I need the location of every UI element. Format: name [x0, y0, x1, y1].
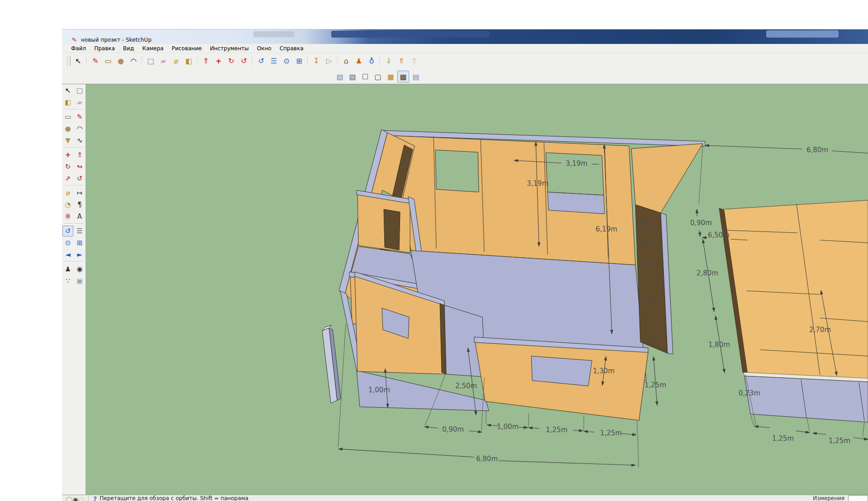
palette-row: ◔¶: [62, 199, 86, 210]
shaded-with-textures-icon[interactable]: ▩: [397, 71, 409, 82]
pan-icon[interactable]: ☰: [268, 55, 280, 67]
look-around-icon[interactable]: ◉: [74, 264, 85, 275]
eraser-icon[interactable]: ▰: [157, 55, 169, 67]
separator: [64, 185, 84, 186]
move-icon[interactable]: +: [213, 55, 224, 67]
walk-icon[interactable]: ∵: [62, 275, 73, 286]
palette-row: ⊙⊞: [62, 237, 86, 248]
wireframe-icon[interactable]: ☐: [359, 71, 371, 82]
taskbar-ghost: [766, 30, 839, 38]
title-bar[interactable]: ✎ новый проэкт - SketchUp: [62, 29, 868, 44]
rectangle-icon[interactable]: ▭: [62, 111, 73, 122]
line-icon[interactable]: ✎: [74, 111, 85, 122]
zoom-extents-icon[interactable]: ⊞: [74, 237, 85, 248]
palette-row: ◧▰: [62, 97, 86, 108]
make-component-icon[interactable]: □: [74, 85, 85, 96]
offset-icon[interactable]: ↺: [238, 55, 250, 67]
arc-icon[interactable]: ◠: [74, 123, 85, 134]
select-icon[interactable]: ↖: [72, 55, 84, 67]
pan-icon[interactable]: ☰: [74, 226, 85, 236]
tape-measure-icon[interactable]: ⌀: [170, 55, 182, 67]
zoom-next-icon[interactable]: ►: [74, 249, 85, 260]
dimension-label: 3,19m: [566, 159, 587, 168]
section-plane-icon[interactable]: ▣: [74, 275, 85, 286]
paint-bucket-icon[interactable]: ◧: [183, 55, 195, 67]
dimension-icon[interactable]: ↦: [74, 188, 85, 198]
claim-icon[interactable]: ◌: [78, 496, 84, 501]
dimension-label: 6,19m: [596, 225, 617, 233]
position-camera-icon[interactable]: ♟: [62, 264, 73, 275]
menu-файл[interactable]: Файл: [67, 44, 90, 53]
rotate-icon[interactable]: ↻: [62, 161, 73, 172]
menu-камера[interactable]: Камера: [138, 44, 167, 53]
scale-icon[interactable]: ⇗: [62, 173, 73, 184]
share-model-icon[interactable]: ⇑: [396, 55, 407, 67]
text-icon[interactable]: ¶: [74, 199, 85, 210]
follow-me-icon[interactable]: ↬: [74, 161, 85, 172]
polygon-icon[interactable]: ▼: [62, 135, 73, 146]
credits-icon[interactable]: ◉: [73, 496, 78, 501]
dimension-label: 1,00m: [497, 423, 519, 431]
model-canvas[interactable]: 6,80m3,19m3,19m6,19m5m5m5m5m5m0,90m6,50m…: [86, 84, 868, 495]
push-pull-icon[interactable]: ⇑: [200, 55, 212, 67]
push-pull-icon[interactable]: ⇑: [74, 149, 85, 160]
dimension-label: 5m: [641, 239, 652, 247]
menu-рисование[interactable]: Рисование: [167, 44, 205, 53]
menu-окно[interactable]: Окно: [253, 44, 276, 53]
eraser-icon[interactable]: ▰: [74, 97, 85, 108]
zoom-icon[interactable]: ⊙: [62, 237, 73, 248]
add-building-icon[interactable]: ⌂: [340, 55, 352, 67]
get-models-icon[interactable]: ⇓: [383, 55, 395, 67]
orbit-icon[interactable]: ↺: [255, 55, 267, 67]
select-icon[interactable]: ↖: [62, 85, 73, 96]
line-icon[interactable]: ✎: [90, 55, 101, 67]
paint-bucket-icon[interactable]: ◧: [62, 97, 73, 108]
menu-вид[interactable]: Вид: [119, 44, 138, 53]
circle-icon[interactable]: ●: [115, 55, 127, 67]
google-earth-icon[interactable]: ♁: [366, 55, 377, 67]
zoom-previous-icon[interactable]: ◄: [62, 249, 73, 260]
3d-text-icon[interactable]: A: [74, 211, 85, 222]
dimension-label: 1,25m: [546, 426, 568, 434]
dimension-label: 1,80m: [708, 341, 730, 349]
dimension-label: 5m: [642, 260, 653, 268]
share-component-icon[interactable]: ⇧: [408, 55, 420, 67]
measurements-input[interactable]: [848, 495, 868, 501]
zoom-extents-icon[interactable]: ⊞: [293, 55, 305, 67]
separator: [142, 56, 143, 66]
large-tool-set: ↖□◧▰▭✎●◠▼∿+⇑↻↬⇗↺⌀↦◔¶※A↺☰⊙⊞◄►♟◉∵▣: [62, 84, 86, 495]
sketchup-logo-icon: ✎: [72, 36, 79, 43]
palette-row: ※A: [62, 211, 86, 222]
circle-icon[interactable]: ●: [62, 123, 73, 134]
shaded-icon[interactable]: ■: [385, 71, 396, 82]
help-icon[interactable]: ?: [93, 495, 97, 501]
palette-row: ↖□: [62, 85, 86, 96]
model-viewport[interactable]: 6,80m3,19m3,19m6,19m5m5m5m5m5m0,90m6,50m…: [86, 84, 868, 495]
xray-icon[interactable]: ▧: [334, 71, 346, 82]
monochrome-icon[interactable]: ▤: [410, 71, 422, 82]
tape-measure-icon[interactable]: ⌀: [62, 188, 73, 198]
hidden-line-icon[interactable]: ▢: [372, 71, 384, 82]
menu-правка[interactable]: Правка: [90, 44, 119, 53]
geolocation-icon[interactable]: ◯: [66, 496, 73, 501]
protractor-icon[interactable]: ◔: [62, 199, 73, 210]
axes-icon[interactable]: ※: [62, 211, 73, 222]
palette-row: ↻↬: [62, 161, 86, 172]
offset-icon[interactable]: ↺: [74, 173, 85, 184]
rotate-icon[interactable]: ↻: [225, 55, 237, 67]
move-icon[interactable]: +: [62, 149, 73, 160]
rectangle-icon[interactable]: ▭: [102, 55, 114, 67]
make-component-icon[interactable]: □: [145, 55, 157, 67]
add-person-icon[interactable]: ♟: [353, 55, 365, 67]
import-model-icon[interactable]: ↧: [310, 55, 322, 67]
back-edges-icon[interactable]: ▨: [347, 71, 358, 82]
export-model-icon[interactable]: ▷: [323, 55, 335, 67]
arc-icon[interactable]: ◠: [128, 55, 139, 67]
zoom-icon[interactable]: ⊙: [281, 55, 292, 67]
menu-инструменты[interactable]: Инструменты: [206, 44, 253, 53]
status-hint: Перетащите для обзора с орбиты. Shift = …: [100, 495, 248, 501]
menu-справка[interactable]: Справка: [276, 44, 308, 53]
freehand-icon[interactable]: ∿: [74, 135, 85, 146]
palette-row: ◄►: [62, 249, 86, 260]
orbit-icon[interactable]: ↺: [62, 226, 73, 236]
